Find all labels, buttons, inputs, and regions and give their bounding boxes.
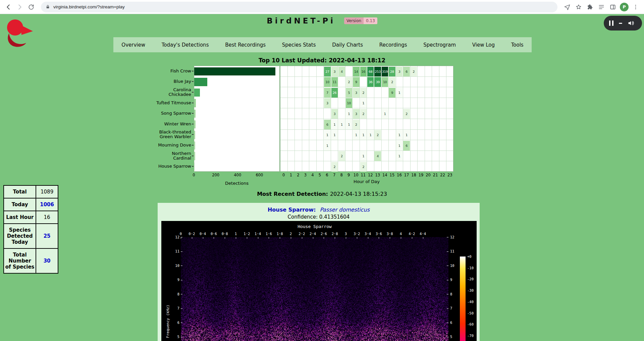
- heatmap-cell: 2: [331, 162, 338, 172]
- heatmap-cell: 26: [331, 88, 338, 98]
- spec-y-tick-label: 9: [165, 278, 179, 282]
- stats-value[interactable]: 25: [36, 224, 58, 248]
- spec-x-tick-label: 0·6: [211, 232, 217, 236]
- detections-bar: [194, 152, 195, 160]
- species-label: Blue Jay: [80, 76, 191, 87]
- spec-y-tick-label-right: 6: [450, 321, 452, 325]
- heatmap-cell: 1: [324, 130, 330, 140]
- chart-x-axis: 0200400600012345678910111213141516171819…: [0, 173, 644, 178]
- forward-button[interactable]: [15, 2, 25, 12]
- nav-item-today-s-detections[interactable]: Today's Detections: [160, 42, 211, 48]
- heatmap-cell: 7: [324, 88, 330, 98]
- detection-confidence: Confidence: 0.41351604: [158, 214, 480, 220]
- species-y-tick: [192, 92, 194, 93]
- colorbar-tick-label: -20: [467, 277, 474, 281]
- heatmap-cell: 3: [396, 67, 402, 76]
- spec-x-tick-label: 3·2: [354, 232, 360, 236]
- heatmap-cell: 2: [346, 77, 352, 87]
- side-panel-icon[interactable]: [608, 2, 618, 12]
- nav-item-best-recordings[interactable]: Best Recordings: [223, 42, 268, 48]
- hour-tick-label: 8: [340, 173, 342, 177]
- spec-x-tick-label: 2: [290, 232, 292, 236]
- heatmap-cell: 1: [331, 130, 338, 140]
- detections-bar: [194, 110, 196, 118]
- page-title: BirdNET-Pi: [267, 16, 335, 25]
- heatmap-cell: 4: [338, 67, 345, 76]
- spec-y-tick-label: 10: [165, 264, 179, 268]
- heatmap-cell: 1: [360, 130, 367, 140]
- species-y-tick: [192, 156, 194, 156]
- hour-tick-label: 19: [419, 173, 424, 177]
- recent-detection: Most Recent Detection:2022-04-13 18:15:2…: [0, 191, 644, 197]
- spec-y-tick-label-right: 12: [450, 235, 454, 239]
- colorbar-tick-label: -10: [467, 266, 474, 270]
- stats-value: 16: [36, 211, 58, 224]
- hour-tick-label: 20: [426, 173, 431, 177]
- nav-item-tools[interactable]: Tools: [509, 42, 526, 48]
- version-label: Version: [344, 17, 364, 24]
- stats-label: Last Hour: [4, 211, 36, 224]
- bar-x-tick-label: 0: [193, 173, 195, 177]
- nav-item-species-stats[interactable]: Species Stats: [280, 42, 318, 48]
- species-y-tick: [192, 134, 194, 135]
- heatmap-cell: 6: [403, 67, 410, 76]
- heatmap-cell: 1: [396, 151, 402, 161]
- heatmap-cell: 27: [324, 67, 330, 76]
- spec-x-tick-label: 0: [180, 232, 182, 236]
- hour-tick-label: 4: [311, 173, 314, 177]
- spec-x-tick-label: 2·8: [332, 232, 338, 236]
- profile-avatar[interactable]: P: [620, 3, 629, 11]
- detections-bar: [194, 163, 195, 171]
- spec-x-tick-label: 4: [400, 232, 402, 236]
- version-badge: Version 0.13: [344, 17, 377, 24]
- spec-y-tick-label: 8: [165, 292, 179, 296]
- nav-item-view-log[interactable]: View Log: [470, 42, 497, 48]
- spec-y-tick-label-right: 10: [450, 264, 454, 268]
- extensions-icon[interactable]: [585, 2, 595, 12]
- lock-icon: [46, 4, 50, 9]
- nav-item-overview[interactable]: Overview: [119, 42, 147, 48]
- hour-tick-label: 9: [347, 173, 350, 177]
- heatmap-cell: 2: [403, 109, 410, 119]
- heatmap-cell: 6: [324, 120, 330, 129]
- heatmap-cell: 1: [353, 130, 359, 140]
- hour-tick-label: 1: [290, 173, 292, 177]
- detection-species-link[interactable]: House Sparrow:: [268, 207, 316, 213]
- heatmap-cell: 2: [360, 162, 367, 172]
- heatmap-cell: 6: [403, 141, 410, 151]
- heatmap-cell: 1: [367, 130, 374, 140]
- menu-icon[interactable]: [631, 2, 641, 12]
- spec-x-tick-label: 1·2: [244, 232, 250, 236]
- spec-y-tick-label: 5: [165, 335, 179, 339]
- heatmap-cell: 1: [346, 120, 352, 129]
- spec-y-tick-label: 12: [165, 235, 179, 239]
- detection-title: House Sparrow:Passer domesticus: [158, 203, 480, 213]
- heatmap-cell: 2: [360, 88, 367, 98]
- spec-y-tick-label: 7: [165, 306, 179, 310]
- stats-table-body: Total1089Today1006Last Hour16Species Det…: [4, 185, 58, 273]
- bookmark-star-icon[interactable]: [574, 2, 584, 12]
- hour-tick-label: 14: [382, 173, 387, 177]
- reading-list-icon[interactable]: [596, 2, 606, 12]
- address-bar[interactable]: virginia.birdnetpi.com/?stream=play: [41, 2, 557, 12]
- send-icon[interactable]: [562, 2, 572, 12]
- back-button[interactable]: [3, 2, 13, 12]
- nav-item-spectrogram[interactable]: Spectrogram: [421, 42, 458, 48]
- species-label: Northern Cardinal: [80, 151, 191, 161]
- heatmap-cell: 5: [346, 88, 352, 98]
- x-axis-label-detections: Detections: [225, 181, 249, 186]
- hour-tick-label: 2: [297, 173, 299, 177]
- detections-bar: [194, 67, 275, 76]
- stats-value[interactable]: 1006: [36, 198, 58, 211]
- heatmap-cell: 14: [353, 67, 359, 76]
- spec-y-tick-label-right: 5: [450, 335, 452, 339]
- species-label: Mourning Dove: [80, 140, 191, 151]
- heatmap-cell: 28: [389, 67, 395, 76]
- hour-tick-label: 15: [390, 173, 395, 177]
- nav-item-daily-charts[interactable]: Daily Charts: [330, 42, 365, 48]
- nav-item-recordings[interactable]: Recordings: [377, 42, 409, 48]
- hour-tick-label: 7: [333, 173, 335, 177]
- reload-button[interactable]: [26, 2, 36, 12]
- stats-row: Species Detected Today25: [4, 224, 58, 248]
- stats-value[interactable]: 30: [36, 248, 58, 273]
